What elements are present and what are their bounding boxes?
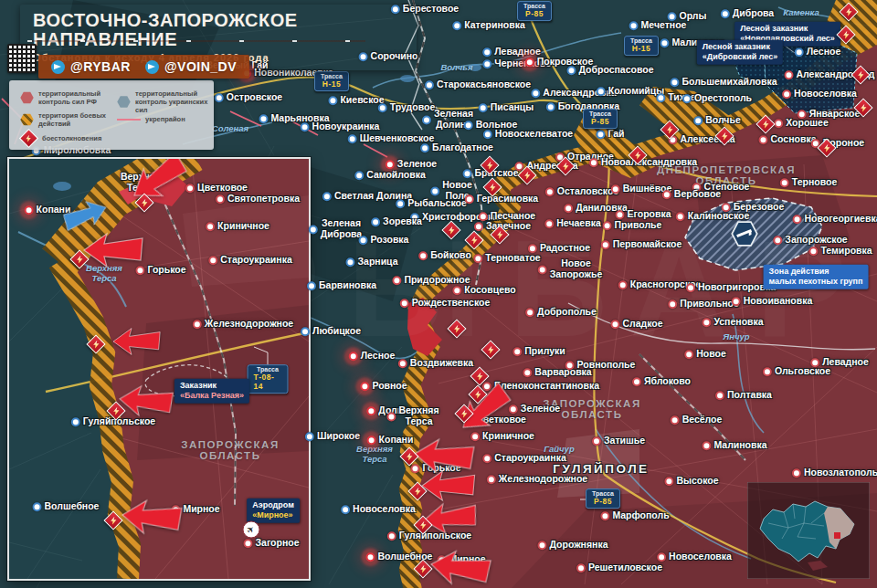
town-marker [664,477,673,486]
town-marker [808,247,818,256]
town-label: Решетиловское [576,562,662,573]
town-marker [538,265,547,274]
town-label: Новое [684,349,726,360]
town-marker [784,70,793,79]
town-marker [566,66,576,75]
town-label: Малиновка [702,440,766,451]
town-marker [656,93,665,102]
town-marker [420,143,429,152]
town-marker [684,350,693,359]
town-label: Островское [215,92,282,103]
lightning-icon [562,163,569,171]
clash-icon [441,220,460,239]
town-label: Гай [596,129,624,140]
town-marker [531,89,540,98]
town-label: Широкое [305,431,360,442]
town-marker [702,441,711,450]
town-label: Ольговское [763,366,830,377]
town-marker [693,116,703,125]
town-label: Терновое [780,177,837,188]
town-marker [774,119,783,128]
info-label: Зона действиямалых пехотных групп [764,265,869,289]
town-marker [682,94,692,103]
town-marker [763,367,772,376]
town-label: Калиновское [676,211,750,222]
fortified-line-icon [117,119,141,121]
legend-item-combat-area: территория боевых действий [20,111,113,128]
river-label: Волчья [440,62,472,72]
town-marker [345,257,354,267]
telegram-icon [145,60,159,74]
town-marker [309,225,318,234]
lightning-icon [489,184,496,192]
town-label: Ровное [360,381,407,392]
town-label: Самойловка [354,170,426,181]
town-marker [795,47,804,57]
town-marker [482,454,491,463]
town-label: Писанцы [479,102,534,113]
town-label: Успеновка [702,317,763,328]
lightning-icon [523,172,531,180]
rf-attack-arrow [420,498,481,539]
ua-control-icon [117,96,131,109]
town-marker [474,222,483,231]
town-marker [348,134,357,143]
combat-area-icon [20,113,34,126]
town-marker [452,21,461,30]
town-label: Новоивановка [732,296,813,307]
channel-rybar[interactable]: @RYBAR [51,59,131,74]
town-label: Марфополь [600,510,669,521]
town-label: Киевское [328,95,384,106]
town-marker [662,190,671,199]
lightning-icon [470,236,478,245]
legend-rf-label: территориальный контроль сил РФ [38,89,113,106]
town-marker [523,368,532,377]
town-label: Барвиновка [307,280,376,291]
map-canvas: РЫБАРЬ [0,0,877,588]
town-marker [366,552,375,562]
town-marker [301,327,310,336]
lightning-icon [857,71,864,79]
page-title: ВОСТОЧНО-ЗАПОРОЖСКОЕ НАПРАВЛЕНИЕ [33,11,406,49]
lightning-icon [634,152,641,160]
focus-marker [834,532,840,539]
town-marker [425,80,434,89]
town-label: Новогеоргиевка [793,214,877,225]
town-marker [793,215,802,224]
lightning-icon [448,226,455,235]
town-marker [537,541,546,550]
town-label: Терноватое [473,253,540,264]
lightning-icon [860,104,867,112]
town-marker [670,78,679,87]
town-label: Новогригоровка [686,282,776,293]
lightning-icon [419,521,427,530]
town-marker [603,221,612,230]
town-label: Придорожное [392,275,470,286]
legend-panel: территориальный контроль сил РФ территор… [9,80,214,150]
lightning-icon [666,126,673,134]
town-marker [392,276,401,285]
town-marker [576,563,586,572]
clash-icon [481,340,500,359]
town-marker [400,299,409,308]
legend-ua-label: территориальный контроль украинских сил [135,89,210,114]
town-marker [396,199,405,208]
lightning-icon [26,135,32,142]
town-marker [611,184,620,194]
road-sign: ТрассаР-85 [517,1,552,21]
town-label: Орестополь [682,93,752,104]
town-label: Благодатное [420,142,493,153]
lightning-icon [762,121,769,129]
town-label: Привольное [668,299,739,310]
town-marker [354,171,364,180]
town-marker [780,178,789,187]
town-label: Вербовое [662,189,721,200]
legend-item-rf: территориальный контроль сил РФ [20,89,113,106]
scale-ruler [27,40,365,42]
town-marker [367,436,376,445]
rf-attack-arrow [427,544,495,588]
town-marker [546,102,555,111]
channel-voindv[interactable]: @VOIN_DV [145,59,237,74]
town-marker [422,115,431,124]
town-label: Копани [367,435,414,446]
